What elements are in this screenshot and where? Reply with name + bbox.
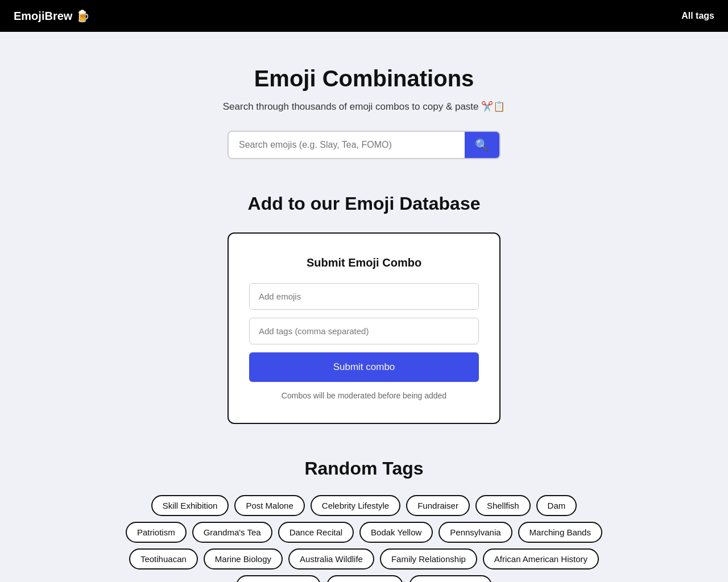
tag-pill[interactable]: African American History — [483, 548, 599, 569]
tag-pill[interactable]: Shellfish — [475, 495, 531, 516]
brand-text: EmojiBrew 🍺 — [14, 9, 90, 23]
database-section-title: Add to our Emoji Database — [119, 193, 609, 214]
tag-pill[interactable]: Australia Wildlife — [288, 548, 374, 569]
hero-subtitle: Search through thousands of emoji combos… — [119, 101, 609, 113]
tag-pill[interactable]: Feeling Content — [409, 575, 492, 582]
tag-pill[interactable]: Bodak Yellow — [359, 522, 433, 543]
tag-pill[interactable]: Pennsylvania — [439, 522, 512, 543]
navbar: EmojiBrew 🍺 All tags — [0, 0, 728, 32]
tag-pill[interactable]: Patriotism — [126, 522, 187, 543]
main-content: Emoji Combinations Search through thousa… — [108, 32, 620, 582]
tag-pill[interactable]: Teotihuacan — [129, 548, 198, 569]
tag-pill[interactable]: Youth Language — [236, 575, 321, 582]
submit-card-title: Submit Emoji Combo — [249, 256, 479, 269]
emojis-input[interactable] — [249, 283, 479, 310]
search-input[interactable] — [229, 132, 465, 158]
search-icon: 🔍 — [475, 138, 489, 152]
tags-section-title: Random Tags — [119, 458, 609, 479]
tag-pill[interactable]: Celebrity Lifestyle — [311, 495, 400, 516]
tags-section: Random Tags Skill ExhibitionPost MaloneC… — [119, 458, 609, 582]
search-button[interactable]: 🔍 — [465, 132, 499, 158]
hero-title: Emoji Combinations — [119, 66, 609, 92]
tag-pill[interactable]: Post Malone — [234, 495, 304, 516]
all-tags-link[interactable]: All tags — [681, 11, 714, 21]
moderation-note: Combos will be moderated before being ad… — [249, 391, 479, 400]
tag-pill[interactable]: Dam — [536, 495, 577, 516]
submit-card: Submit Emoji Combo Submit combo Combos w… — [228, 232, 500, 424]
tag-pill[interactable]: Skill Exhibition — [151, 495, 229, 516]
tag-pill[interactable]: Marching Bands — [518, 522, 602, 543]
search-section: 🔍 — [119, 131, 609, 159]
tag-pill[interactable]: Grandma's Tea — [192, 522, 272, 543]
tag-pill[interactable]: Family Relationship — [380, 548, 477, 569]
tag-pill[interactable]: Marine Biology — [204, 548, 283, 569]
tag-pill[interactable]: Flowing Water — [326, 575, 403, 582]
search-wrapper: 🔍 — [228, 131, 500, 159]
tags-input[interactable] — [249, 318, 479, 344]
submit-combo-button[interactable]: Submit combo — [249, 352, 479, 382]
brand-link[interactable]: EmojiBrew 🍺 — [14, 9, 90, 23]
tag-pill[interactable]: Fundraiser — [406, 495, 470, 516]
tag-pill[interactable]: Dance Recital — [278, 522, 354, 543]
tags-container: Skill ExhibitionPost MaloneCelebrity Lif… — [119, 495, 609, 582]
